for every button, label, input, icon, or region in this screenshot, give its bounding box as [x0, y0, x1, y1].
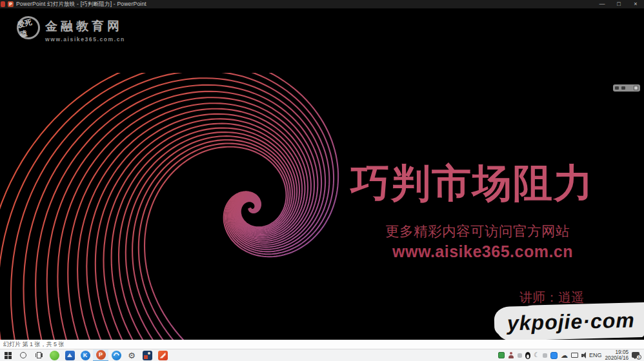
photos-icon: [143, 351, 152, 360]
notification-badge: 1: [636, 355, 641, 360]
tray-blue-app-icon[interactable]: [550, 352, 558, 359]
site-logo: 爱死磕 金融教育网 www.aisike365.com.cn: [17, 16, 125, 43]
tray-cloud-icon[interactable]: ☁: [561, 352, 568, 359]
slide-canvas[interactable]: 爱死磕 金融教育网 www.aisike365.com.cn 巧判市场阻力 更多…: [0, 8, 644, 340]
cortana-icon: [20, 352, 26, 358]
taskbar-app-powerpoint[interactable]: P: [93, 349, 108, 361]
system-tray: ☾ ☁ ENG 19:05 2020/4/16 1: [498, 349, 644, 361]
powerpoint-taskbar-icon: P: [96, 350, 106, 360]
slide-title: 巧判市场阻力: [350, 157, 594, 210]
taskbar-apps: K P ⚙: [0, 349, 170, 361]
taskbar: K P ⚙ ☾ ☁: [0, 349, 644, 361]
taskbar-app-k[interactable]: K: [77, 349, 93, 361]
task-view-button[interactable]: [31, 349, 46, 361]
windows-logo-icon: [5, 352, 12, 359]
logo-brand-text: 金融教育网: [45, 18, 125, 35]
window-controls: — □ ×: [594, 0, 644, 8]
gear-icon: ⚙: [128, 351, 136, 360]
restore-button[interactable]: □: [610, 0, 627, 8]
tray-volume-icon[interactable]: [581, 352, 586, 358]
window-title: PowerPoint 幻灯片放映 - [巧判断阻力] - PowerPoint: [16, 1, 146, 8]
task-view-icon: [35, 352, 43, 358]
tray-misc-icon-1[interactable]: [518, 353, 522, 358]
widget-button-2[interactable]: [621, 86, 625, 90]
taskbar-app-green-browser[interactable]: [46, 349, 62, 361]
browser-icon: [112, 351, 121, 360]
widget-button-1[interactable]: [615, 86, 619, 90]
cortana-button[interactable]: [15, 349, 31, 361]
logo-badge-icon: 爱死磕: [14, 14, 43, 42]
taskbar-app-security[interactable]: [155, 349, 170, 361]
widget-button-3[interactable]: [634, 86, 638, 90]
statusbar: 幻灯片 第 1 张，共 5 张: [0, 340, 644, 349]
tray-penguin-icon[interactable]: [525, 352, 530, 359]
tray-display-icon[interactable]: [571, 353, 578, 358]
tray-user-icon[interactable]: [508, 352, 514, 358]
green-browser-icon: [50, 351, 59, 360]
slide-website-url: www.aisike365.com.cn: [392, 242, 573, 261]
notification-center-button[interactable]: 1: [632, 351, 641, 360]
slide-position-text: 幻灯片 第 1 张，共 5 张: [3, 340, 65, 349]
tray-misc-icon-2[interactable]: [543, 353, 547, 358]
titlebar: P PowerPoint 幻灯片放映 - [巧判断阻力] - PowerPoin…: [0, 0, 644, 8]
clock[interactable]: 19:05 2020/4/16: [605, 349, 629, 361]
taskbar-app-browser[interactable]: [108, 349, 124, 361]
watermark: ykpojie·com: [497, 304, 644, 340]
powerpoint-app-icon: P: [8, 1, 14, 7]
clock-time: 19:05: [616, 349, 629, 355]
minimize-button[interactable]: —: [594, 0, 610, 8]
blue-app-icon: [65, 351, 75, 360]
slide-lecturer: 讲师：逍遥: [519, 289, 584, 306]
tray-moon-icon[interactable]: ☾: [534, 352, 539, 358]
start-button[interactable]: [0, 349, 15, 361]
close-button[interactable]: ×: [627, 0, 644, 8]
language-indicator[interactable]: ENG: [589, 352, 602, 358]
clock-date: 2020/4/16: [605, 355, 629, 361]
record-indicator-icon: [1, 1, 5, 7]
security-app-icon: [158, 351, 168, 360]
screen: P PowerPoint 幻灯片放映 - [巧判断阻力] - PowerPoin…: [0, 0, 644, 361]
tray-green-app-icon[interactable]: [498, 352, 505, 358]
overlay-control-widget: [613, 84, 640, 92]
taskbar-app-photos[interactable]: [139, 349, 155, 361]
slide-subtitle: 更多精彩内容可访问官方网站: [385, 222, 570, 240]
taskbar-app-blue[interactable]: [62, 349, 77, 361]
k-app-icon: K: [81, 351, 90, 360]
spiral-wave-graphic: [0, 73, 348, 340]
logo-site-url: www.aisike365.com.cn: [45, 36, 125, 43]
taskbar-app-settings[interactable]: ⚙: [124, 349, 139, 361]
